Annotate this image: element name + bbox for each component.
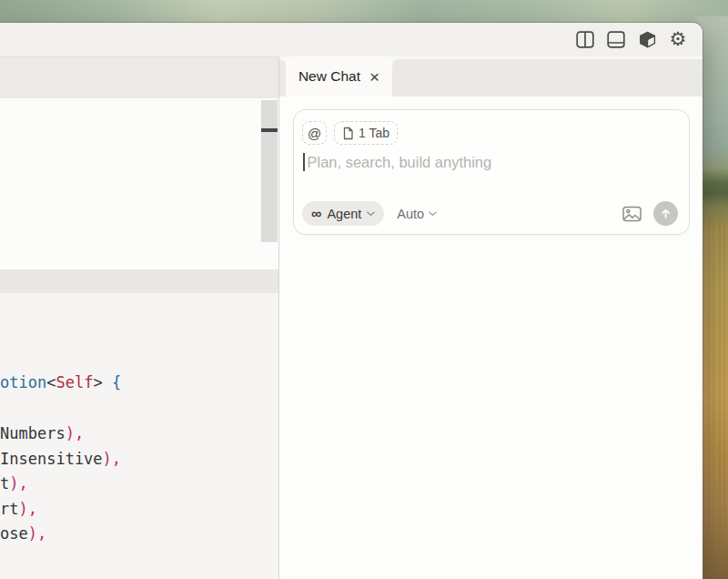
editor-upper-panel: [0, 98, 278, 269]
chat-panel: New Chat × @ 1: [279, 56, 703, 579]
code-line: Insensitive),: [0, 449, 121, 469]
extensions-cube-button[interactable]: [637, 30, 657, 50]
gear-icon: ⚙: [670, 30, 687, 49]
model-selector[interactable]: Auto: [397, 201, 437, 226]
tab-title: New Chat: [298, 68, 360, 85]
titlebar: ⚙: [0, 23, 703, 56]
context-chips: @ 1 Tab: [302, 121, 398, 145]
split-vertical-icon: [576, 31, 594, 48]
code-line: rt),: [0, 499, 37, 519]
attach-image-button[interactable]: [622, 206, 642, 222]
scrollbar-position-marker: [261, 128, 278, 132]
split-editor-vertical-button[interactable]: [575, 30, 595, 50]
tab-count-label: 1 Tab: [359, 126, 389, 140]
editor-group: otion<Self> { Numbers), Insensitive), t)…: [0, 56, 278, 579]
tabbar-filler-left: [279, 59, 286, 96]
image-icon: [622, 206, 642, 222]
toggle-bottom-panel-button[interactable]: [606, 30, 626, 50]
arrow-up-icon: [659, 207, 672, 220]
code-line: otion<Self> {: [0, 372, 121, 392]
code-editor[interactable]: otion<Self> { Numbers), Insensitive), t)…: [0, 293, 278, 579]
file-icon: [342, 127, 354, 140]
editor-scrollbar[interactable]: [261, 100, 278, 242]
chat-input[interactable]: Plan, search, build anything: [303, 153, 491, 171]
editor-tabstrip: [0, 56, 278, 98]
tab-new-chat[interactable]: New Chat ×: [286, 56, 392, 96]
send-button[interactable]: [653, 201, 678, 226]
app-window: ⚙ otion<Self> { Numbers), Insensitive), …: [0, 23, 703, 579]
model-label: Auto: [397, 207, 424, 221]
chat-tabbar: New Chat ×: [279, 56, 703, 96]
panel-separator[interactable]: [278, 56, 279, 579]
chevron-down-icon: [429, 211, 437, 217]
chat-composer[interactable]: @ 1 Tab Plan, search, build anythin: [293, 109, 690, 235]
code-line: ose),: [0, 523, 46, 543]
code-line: t),: [0, 473, 28, 493]
window-main: otion<Self> { Numbers), Insensitive), t)…: [0, 56, 703, 579]
bottom-panel-icon: [607, 31, 625, 48]
composer-toolbar: ∞ Agent Auto: [302, 201, 678, 226]
mention-context-button[interactable]: @: [302, 121, 327, 145]
agent-mode-selector[interactable]: ∞ Agent: [302, 201, 384, 226]
titlebar-actions: ⚙: [575, 23, 688, 56]
code-line: Numbers),: [0, 423, 84, 443]
input-placeholder: Plan, search, build anything: [308, 154, 492, 171]
tab-context-chip[interactable]: 1 Tab: [334, 121, 398, 145]
editor-section-divider: [0, 269, 278, 293]
close-icon[interactable]: ×: [369, 68, 379, 86]
settings-gear-button[interactable]: ⚙: [668, 30, 688, 50]
tabbar-filler-right: [392, 59, 703, 96]
infinity-icon: ∞: [311, 207, 321, 221]
chat-body: @ 1 Tab Plan, search, build anythin: [279, 96, 703, 579]
agent-mode-label: Agent: [327, 207, 361, 221]
text-caret: [303, 153, 305, 171]
cube-icon: [638, 30, 657, 49]
at-icon: @: [308, 126, 321, 141]
chevron-down-icon: [367, 211, 375, 217]
